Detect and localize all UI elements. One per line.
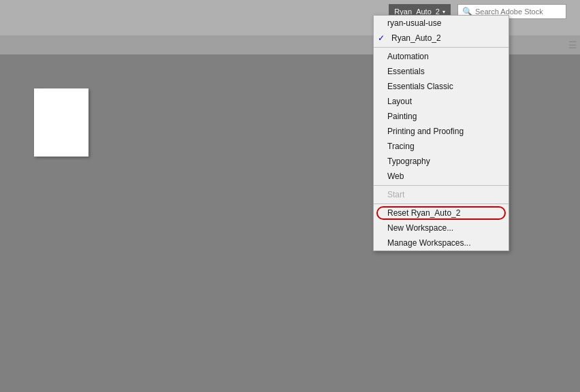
workspace-arrow-icon: ▾: [442, 9, 445, 15]
dropdown-item-label: Layout: [387, 97, 412, 106]
dropdown-item-reset[interactable]: Reset Ryan_Auto_2: [374, 206, 509, 220]
dropdown-item-new-workspace[interactable]: New Workspace...: [374, 220, 509, 235]
dropdown-separator: [374, 47, 509, 48]
dropdown-item-manage-workspaces[interactable]: Manage Workspaces...: [374, 235, 509, 250]
dropdown-item-layout[interactable]: Layout: [374, 94, 509, 109]
dropdown-item-essentials-classic[interactable]: Essentials Classic: [374, 79, 509, 94]
document-page: [34, 88, 88, 157]
panel-handle-icon: ☰: [568, 39, 577, 50]
dropdown-item-label: Ryan_Auto_2: [391, 33, 441, 43]
dropdown-item-label: Web: [387, 172, 404, 181]
dropdown-item-label: Essentials Classic: [387, 82, 453, 91]
dropdown-item-automation[interactable]: Automation: [374, 49, 509, 64]
dropdown-item-ryan-usual-use[interactable]: ryan-usual-use: [374, 16, 509, 31]
workspace-dropdown-menu: ryan-usual-use✓Ryan_Auto_2AutomationEsse…: [373, 15, 509, 251]
dropdown-item-essentials[interactable]: Essentials: [374, 64, 509, 79]
dropdown-item-label: ryan-usual-use: [387, 18, 441, 28]
dropdown-item-label: Printing and Proofing: [387, 127, 464, 136]
dropdown-item-printing-proofing[interactable]: Printing and Proofing: [374, 124, 509, 139]
dropdown-separator: [374, 203, 509, 204]
dropdown-item-label: Typography: [387, 157, 430, 166]
dropdown-item-ryan-auto-2[interactable]: ✓Ryan_Auto_2: [374, 31, 509, 46]
dropdown-item-web[interactable]: Web: [374, 169, 509, 184]
dropdown-item-tracing[interactable]: Tracing: [374, 139, 509, 154]
dropdown-item-label: Reset Ryan_Auto_2: [387, 208, 460, 218]
dropdown-separator: [374, 185, 509, 186]
dropdown-item-start: Start: [374, 187, 509, 202]
dropdown-item-label: Automation: [387, 52, 429, 61]
dropdown-item-label: Tracing: [387, 142, 415, 151]
dropdown-item-label: Manage Workspaces...: [387, 238, 471, 248]
check-mark-icon: ✓: [378, 33, 387, 43]
dropdown-item-label: New Workspace...: [387, 223, 453, 233]
dropdown-item-label: Essentials: [387, 67, 425, 76]
dropdown-item-label: Painting: [387, 112, 417, 121]
dropdown-item-label: Start: [387, 190, 404, 199]
dropdown-item-painting[interactable]: Painting: [374, 109, 509, 124]
dropdown-item-typography[interactable]: Typography: [374, 154, 509, 169]
